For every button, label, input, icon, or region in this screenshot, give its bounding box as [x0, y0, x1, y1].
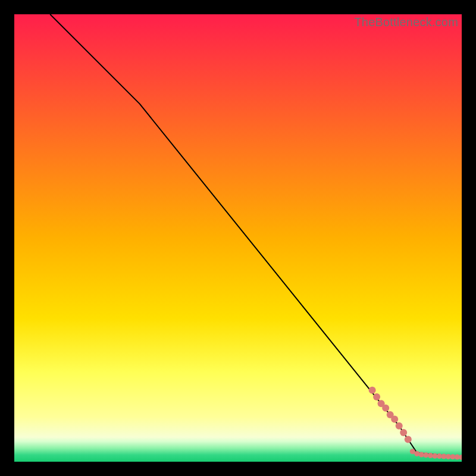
data-point: [396, 422, 403, 430]
data-point: [405, 436, 412, 443]
data-point: [423, 452, 428, 458]
watermark-text: TheBottleneck.com: [354, 15, 458, 29]
data-point: [400, 429, 407, 436]
data-point: [382, 405, 389, 412]
data-point: [373, 393, 380, 400]
gradient-background: [14, 14, 462, 462]
data-point: [414, 451, 419, 456]
plot-area: TheBottleneck.com: [14, 14, 462, 462]
chart-svg: [14, 14, 462, 462]
chart-frame: TheBottleneck.com: [0, 0, 476, 476]
data-point: [391, 416, 398, 423]
data-point: [369, 387, 376, 394]
